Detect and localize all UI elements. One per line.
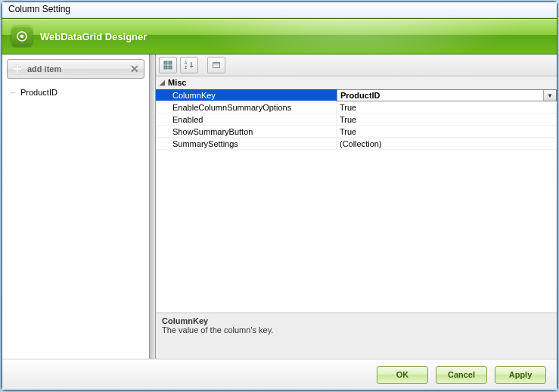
property-pages-button[interactable] — [207, 57, 225, 73]
property-name: EnableColumnSummaryOptions — [156, 101, 337, 114]
tree-connector-icon: ···· — [10, 89, 20, 97]
close-icon[interactable]: ✕ — [130, 63, 139, 75]
splitter[interactable] — [150, 54, 155, 359]
property-value-text: True — [340, 127, 356, 136]
property-category[interactable]: ◢ Misc — [156, 76, 557, 89]
property-row-showsummarybutton[interactable]: ShowSummaryButton True — [156, 126, 557, 138]
designer-title: WebDataGrid Designer — [40, 31, 147, 42]
svg-rect-6 — [164, 61, 167, 64]
svg-rect-8 — [164, 66, 167, 69]
property-name: Enabled — [156, 114, 337, 126]
property-pane: AZ ◢ Misc ColumnKey ProductID ▼ — [155, 54, 557, 359]
property-value[interactable]: True — [337, 101, 557, 114]
designer-logo-icon — [11, 26, 33, 47]
property-grid: ◢ Misc ColumnKey ProductID ▼ EnableColum… — [156, 76, 557, 313]
property-value-text: (Collection) — [340, 139, 382, 148]
property-row-summarysettings[interactable]: SummarySettings (Collection) — [156, 138, 557, 150]
left-pane: add item ✕ ···· ProductID — [2, 54, 150, 359]
property-value-text: True — [340, 103, 356, 112]
add-item-label: add item — [27, 64, 61, 73]
svg-rect-5 — [14, 68, 22, 70]
svg-point-1 — [20, 35, 23, 38]
alphabetical-button[interactable]: AZ — [180, 57, 198, 73]
property-name: SummarySettings — [156, 138, 337, 150]
apply-button[interactable]: Apply — [495, 366, 546, 384]
property-value[interactable]: (Collection) — [337, 138, 557, 150]
property-value[interactable]: True — [337, 114, 557, 126]
svg-text:Z: Z — [185, 65, 187, 70]
item-tree: ···· ProductID — [2, 83, 149, 359]
property-name: ShowSummaryButton — [156, 126, 337, 138]
add-item-button[interactable]: add item ✕ — [7, 59, 144, 79]
plus-icon — [12, 64, 23, 74]
ok-button[interactable]: OK — [377, 366, 428, 384]
property-value[interactable]: True — [337, 126, 557, 138]
property-value-text: ProductID — [340, 91, 380, 100]
category-label: Misc — [168, 78, 186, 87]
window-title: Column Setting — [8, 4, 70, 14]
dialog-window: Column Setting WebDataGrid Designer add … — [2, 2, 557, 390]
categorized-button[interactable] — [159, 57, 177, 73]
property-row-columnkey[interactable]: ColumnKey ProductID ▼ — [156, 89, 557, 101]
collapse-icon[interactable]: ◢ — [156, 79, 168, 86]
content-area: add item ✕ ···· ProductID AZ — [2, 54, 557, 359]
property-row-enablecolumnsummaryoptions[interactable]: EnableColumnSummaryOptions True — [156, 101, 557, 114]
tree-item-label: ProductID — [20, 88, 57, 97]
svg-rect-13 — [213, 63, 220, 64]
property-description: ColumnKey The value of the column's key. — [156, 313, 557, 359]
tree-item[interactable]: ···· ProductID — [10, 86, 149, 98]
property-value[interactable]: ProductID ▼ — [337, 89, 557, 101]
property-name: ColumnKey — [156, 89, 337, 101]
dropdown-icon[interactable]: ▼ — [543, 90, 556, 101]
property-value-text: True — [340, 115, 356, 124]
window-titlebar[interactable]: Column Setting — [2, 2, 557, 18]
property-toolbar: AZ — [156, 54, 557, 76]
property-row-enabled[interactable]: Enabled True — [156, 114, 557, 126]
description-text: The value of the column's key. — [162, 325, 551, 334]
cancel-button[interactable]: Cancel — [436, 366, 487, 384]
svg-rect-7 — [169, 61, 172, 64]
dialog-footer: OK Cancel Apply — [2, 359, 557, 390]
description-name: ColumnKey — [162, 316, 551, 325]
svg-rect-9 — [169, 66, 172, 69]
designer-header: WebDataGrid Designer — [2, 18, 557, 54]
